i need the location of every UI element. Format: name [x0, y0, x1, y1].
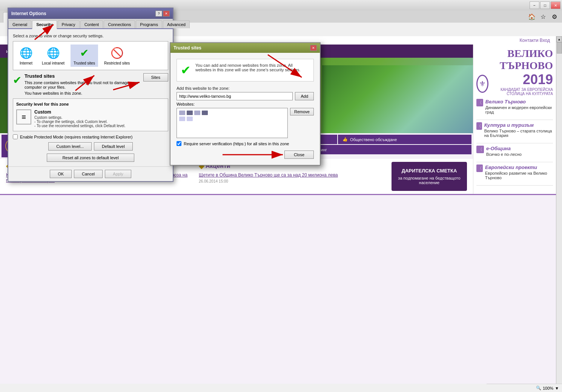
sidebar-item-vt: 〈 Велико Търново Динамичен и модерен евр… [476, 99, 553, 120]
zoom-dropdown-icon[interactable]: ▼ [555, 386, 559, 390]
contacts-links[interactable]: Контакти Вход [520, 38, 550, 43]
sidebar-item-culture-text: Култура и туризъм Велико Търново – стара… [484, 122, 553, 141]
url-input[interactable] [177, 92, 293, 100]
sidebar-desc-vt: Динамичен и модерен европейски град [485, 105, 553, 114]
sidebar-link-vt[interactable]: Велико Търново [485, 99, 553, 105]
sidebar-link-culture[interactable]: Култура и туризъм [484, 122, 553, 128]
sites-button[interactable]: Sites [143, 73, 168, 81]
protected-mode-checkbox[interactable] [13, 134, 18, 139]
scroll-thumb[interactable] [557, 42, 562, 54]
sidebar-expand-1[interactable]: 〈 [476, 99, 483, 106]
options-close-button[interactable]: ✕ [163, 11, 170, 17]
zone-local-intranet[interactable]: 🌐 Local intranet [39, 45, 68, 67]
add-url-button[interactable]: Add [295, 92, 314, 100]
zone-trusted-sites[interactable]: ✔ Trusted sites [71, 45, 98, 67]
protected-mode-label: Enable Protected Mode (requires restarti… [20, 135, 132, 139]
minimize-button[interactable]: − [530, 2, 539, 9]
site-block-2b [187, 117, 193, 121]
zone-internet-label: Internet [20, 61, 32, 65]
tab-security[interactable]: Security [32, 20, 57, 29]
security-level-title: Security level for this zone [16, 102, 165, 106]
custom-level-button[interactable]: Custom level... [48, 142, 92, 151]
dialog-title-text: Internet Options [11, 11, 46, 16]
zone-intranet-icon: 🌐 [46, 46, 60, 60]
tile-discuss[interactable]: 👍 Обществено обсъждане [338, 135, 471, 144]
donation-box: ДАРИТЕЛСКА СМЕТКА за подпомагане на бедс… [392, 162, 467, 191]
tab-content[interactable]: Content [80, 20, 103, 28]
sites-btn-area: Sites [143, 73, 168, 81]
custom-level-desc: Custom settings. - To change the setting… [34, 115, 126, 128]
trusted-close-x-button[interactable]: ✕ [310, 45, 317, 51]
tab-programs[interactable]: Programs [136, 20, 162, 28]
trusted-dialog-controls: ✕ [310, 45, 317, 51]
trusted-check-icon: ✔ [13, 74, 21, 86]
help-button[interactable]: ? [155, 11, 162, 17]
sidebar-item-vt-text: Велико Търново Динамичен и модерен европ… [485, 99, 553, 117]
https-checkbox-label: Require server verification (https:) for… [184, 141, 289, 146]
sidebar-item-eu-text: Европейски проекти Европейско развитие н… [485, 164, 553, 183]
zone-internet[interactable]: 🌐 Internet [16, 45, 36, 67]
custom-desc-text: Custom settings. [34, 115, 126, 120]
site-block-1d [202, 111, 208, 115]
tab-privacy[interactable]: Privacy [58, 20, 80, 28]
ok-button[interactable]: OK [50, 170, 72, 178]
sidebar-desc-emuni: Всичко е по-лесно [486, 152, 522, 157]
tile-discuss-label: Обществено обсъждане [350, 137, 397, 142]
trusted-zone-desc: This zone contains websites that you tru… [25, 80, 140, 89]
sites-list[interactable] [177, 108, 288, 138]
brand-logo: ⚜ 2019 КАНДИДАТ ЗА ЕВРОПЕЙСКА СТОЛИЦА НА… [476, 72, 553, 96]
zoom-bar: 🔍 100% ▼ [487, 384, 562, 392]
sidebar-desc-culture: Велико Търново – старата столица на Бълг… [484, 129, 553, 138]
right-sidebar: ВЕЛИКО ТЪРНОВО ⚜ 2019 КАНДИДАТ ЗА ЕВРОПЕ… [473, 45, 556, 194]
sites-container: Remove [177, 108, 314, 138]
sidebar-item-eu: 〈 Европейски проекти Европейско развитие… [476, 164, 553, 186]
apply-button[interactable]: Apply [105, 170, 131, 178]
zone-restricted-sites[interactable]: 🚫 Restricted sites [101, 45, 133, 67]
security-level-icon: ≡ [16, 109, 31, 125]
reset-btn-row: Reset all zones to default level [13, 154, 168, 162]
sidebar-link-emuni[interactable]: е-Община [486, 146, 522, 151]
add-url-row: Add [177, 92, 314, 100]
cancel-button[interactable]: Cancel [74, 170, 103, 178]
dialog-footer: OK Cancel Apply [8, 166, 173, 181]
tab-general[interactable]: General [8, 20, 31, 28]
sidebar-expand-3[interactable]: 〈 [476, 146, 484, 153]
scroll-track[interactable] [556, 42, 562, 386]
settings-icon[interactable]: ⚙ [550, 12, 559, 21]
sidebar-link-eu[interactable]: Европейски проекти [485, 164, 553, 170]
trusted-sites-dialog: Trusted sites ✕ ✔ You can add and remove… [170, 42, 321, 166]
zoom-icon: 🔍 [536, 386, 541, 390]
zone-description: Select a zone to view or change security… [13, 34, 168, 38]
maximize-button[interactable]: □ [540, 2, 550, 9]
logo-circle: ⚜ [476, 75, 488, 93]
site-entry-1 [178, 110, 286, 116]
zone-internet-icon: 🌐 [19, 46, 33, 60]
tab-connections[interactable]: Connections [104, 20, 135, 28]
trusted-close-button[interactable]: Close [284, 151, 314, 159]
browser-close-button[interactable]: ✕ [551, 2, 560, 9]
star-icon[interactable]: ☆ [539, 12, 548, 21]
https-checkbox[interactable] [177, 141, 181, 146]
sidebar-expand-4[interactable]: 〈 [476, 164, 483, 172]
news-date: 26.06.2014 15:00 [199, 179, 385, 183]
custom-level-title: Custom [34, 109, 126, 115]
home-icon[interactable]: 🏠 [527, 12, 536, 21]
tab-advanced[interactable]: Advanced [163, 20, 190, 28]
news-article2[interactable]: Щетите в Община Велико Търново ще са за … [199, 172, 385, 178]
dialog-tabs: General Security Privacy Content Connect… [8, 19, 173, 29]
remove-site-button[interactable]: Remove [290, 108, 314, 115]
reset-zones-button[interactable]: Reset all zones to default level [47, 154, 134, 162]
titlebar-controls: − □ ✕ [530, 2, 560, 9]
trusted-zone-name: Trusted sites [25, 73, 140, 79]
scroll-up-button[interactable]: ▲ [556, 36, 562, 42]
zone-restricted-label: Restricted sites [104, 61, 130, 65]
sidebar-expand-2[interactable]: 〈 [476, 122, 482, 130]
trusted-info-text: You can add and remove websites from thi… [195, 63, 310, 72]
default-level-button[interactable]: Default level [94, 142, 133, 151]
trusted-close-row: Close [177, 151, 314, 159]
dialog-body: Select a zone to view or change security… [8, 29, 173, 166]
internet-options-titlebar: Internet Options ? ✕ [8, 8, 173, 19]
trusted-sites-titlebar: Trusted sites ✕ [170, 43, 320, 53]
internet-options-dialog: Internet Options ? ✕ General Security Pr… [8, 8, 174, 182]
brand-year: 2019 [491, 72, 553, 88]
